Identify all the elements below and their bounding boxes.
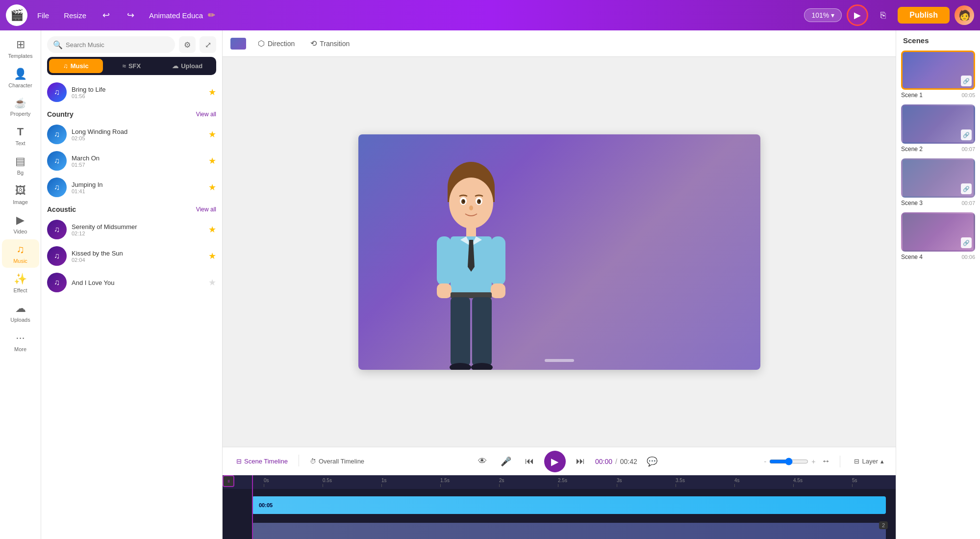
search-input[interactable] xyxy=(66,41,169,49)
acoustic-view-all[interactable]: View all xyxy=(196,206,216,213)
sidebar-item-effect[interactable]: ✨ Effect xyxy=(2,269,39,297)
zoom-control[interactable]: 101% ▾ xyxy=(804,8,842,22)
star-icon[interactable]: ★ xyxy=(208,251,216,261)
country-view-all[interactable]: View all xyxy=(196,111,216,118)
expand-button[interactable]: ⤢ xyxy=(200,36,216,53)
caption-button[interactable]: 💬 xyxy=(643,453,661,470)
resize-menu[interactable]: Resize xyxy=(59,8,91,23)
play-button[interactable]: ▶ xyxy=(544,451,566,472)
ruler-mark: 2s xyxy=(499,478,558,487)
transition-tab[interactable]: ⟲ Transition xyxy=(306,37,353,50)
timeline-cursor-head[interactable]: ⏸ xyxy=(223,475,234,487)
star-icon[interactable]: ★ xyxy=(208,182,216,193)
scene-meta-1: Scene 1 00:05 xyxy=(901,92,975,99)
scenes-panel: Scenes 🔗 Scene 1 00:05 🔗 Scene 2 00:07 xyxy=(896,30,980,539)
track-block-label: 00:05 xyxy=(256,501,276,509)
scene-thumb-3[interactable]: 🔗 xyxy=(901,158,975,198)
music-thumb: ♫ xyxy=(47,82,67,102)
canvas-scroll-bar[interactable] xyxy=(545,359,574,362)
scene-link-btn-4[interactable]: 🔗 xyxy=(961,237,972,248)
list-item[interactable]: ♫ Long Winding Road 02:05 ★ xyxy=(47,121,216,148)
total-time: 00:42 xyxy=(620,458,637,465)
star-icon[interactable]: ★ xyxy=(208,129,216,140)
edit-title-icon[interactable]: ✏ xyxy=(208,10,215,21)
sidebar-item-templates[interactable]: ⊞ Templates xyxy=(2,34,39,63)
character-icon: 👤 xyxy=(14,68,27,80)
list-item[interactable]: ♫ Jumping In 01:41 ★ xyxy=(47,174,216,201)
ruler-left-spacer: ⏸ xyxy=(223,475,234,487)
center-area: ⬡ Direction ⟲ Transition xyxy=(223,30,896,539)
current-time: 00:00 xyxy=(595,458,612,465)
star-icon[interactable]: ★ xyxy=(208,224,216,235)
skip-forward-button[interactable]: ⏭ xyxy=(572,453,589,470)
music-duration: 01:41 xyxy=(72,188,203,194)
timeline-cursor[interactable] xyxy=(252,475,253,539)
transition-icon: ⟲ xyxy=(310,39,317,48)
share-button[interactable]: ⎘ xyxy=(873,5,893,25)
canvas-frame[interactable] xyxy=(358,134,760,370)
undo-button[interactable]: ↩ xyxy=(96,5,116,25)
sidebar-item-video[interactable]: ▶ Video xyxy=(2,210,39,238)
sidebar-item-more[interactable]: ··· More xyxy=(2,328,39,356)
scene-name-1: Scene 1 xyxy=(901,92,923,99)
scene-timeline-label: Scene Timeline xyxy=(244,458,288,465)
scene-link-btn-1[interactable]: 🔗 xyxy=(961,76,972,86)
track-block[interactable]: 00:05 xyxy=(252,496,886,514)
ruler-mark: 0.5s xyxy=(323,478,381,487)
music-name: Jumping In xyxy=(72,181,203,188)
ruler-mark: 1.5s xyxy=(440,478,499,487)
list-item[interactable]: ♫ Kissed by the Sun 02:04 ★ xyxy=(47,243,216,269)
sidebar-item-character[interactable]: 👤 Character xyxy=(2,64,39,92)
music-duration: 02:12 xyxy=(72,231,203,236)
star-icon[interactable]: ★ xyxy=(208,87,216,98)
star-icon[interactable]: ★ xyxy=(208,155,216,166)
layer-chevron-icon: ▴ xyxy=(880,458,884,465)
sidebar-item-music[interactable]: ♫ Music xyxy=(2,239,39,268)
sidebar-item-property[interactable]: ☕ Property xyxy=(2,93,39,121)
user-avatar[interactable]: 🧑 xyxy=(955,5,974,25)
list-item[interactable]: ♫ Bring to Life 01:56 ★ xyxy=(47,79,216,105)
country-section-title: Country xyxy=(47,110,74,118)
sidebar-item-text[interactable]: T Text xyxy=(2,122,39,150)
divider xyxy=(840,456,840,467)
scene-link-btn-3[interactable]: 🔗 xyxy=(961,183,972,194)
svg-rect-21 xyxy=(472,297,492,366)
sidebar-item-image[interactable]: 🖼 Image xyxy=(2,180,39,209)
upload-icon: ☁ xyxy=(172,62,178,70)
music-tab-upload[interactable]: ☁ Upload xyxy=(160,59,214,73)
music-thumb: ♫ xyxy=(47,220,67,239)
music-name: March On xyxy=(72,154,203,162)
zoom-slider[interactable] xyxy=(769,458,808,465)
music-info: Jumping In 01:41 xyxy=(72,181,203,194)
mic-button[interactable]: 🎤 xyxy=(497,453,515,470)
scene-timeline-tab[interactable]: ⊟ Scene Timeline xyxy=(230,455,294,468)
file-menu[interactable]: File xyxy=(32,8,54,23)
sidebar-item-uploads[interactable]: ☁ Uploads xyxy=(2,298,39,327)
list-item[interactable]: ♫ Serenity of Midsummer 02:12 ★ xyxy=(47,216,216,243)
preview-play-button[interactable]: ▶ xyxy=(847,4,868,26)
list-item[interactable]: ♫ And I Love You ★ xyxy=(47,269,216,296)
svg-rect-10 xyxy=(466,227,476,237)
scene-link-btn-2[interactable]: 🔗 xyxy=(961,129,972,140)
publish-button[interactable]: Publish xyxy=(898,7,950,24)
fit-width-button[interactable]: ↔ xyxy=(821,456,830,466)
scene-thumb-4[interactable]: 🔗 xyxy=(901,212,975,252)
layer-button[interactable]: ⊟ Layer ▴ xyxy=(850,456,888,467)
music-tab-music[interactable]: ♫ Music xyxy=(49,59,103,73)
overall-timeline-tab[interactable]: ⏱ Overall Timeline xyxy=(304,455,370,468)
list-item[interactable]: ♫ March On 01:57 ★ xyxy=(47,148,216,174)
sidebar-item-bg[interactable]: ▤ Bg xyxy=(2,151,39,180)
skip-back-button[interactable]: ⏮ xyxy=(521,453,538,470)
scene-item-3: 🔗 Scene 3 00:07 xyxy=(901,156,975,208)
music-info: Kissed by the Sun 02:04 xyxy=(72,250,203,263)
filter-button[interactable]: ⚙ xyxy=(179,36,196,53)
scene-thumb-1[interactable]: 🔗 xyxy=(901,51,975,90)
star-icon[interactable]: ★ xyxy=(208,277,216,288)
scene-thumb-2[interactable]: 🔗 xyxy=(901,104,975,144)
app-logo[interactable]: 🎬 xyxy=(6,4,27,26)
music-tab-sfx[interactable]: ≈ SFX xyxy=(105,59,159,73)
redo-button[interactable]: ↪ xyxy=(121,5,140,25)
camera-button[interactable]: 👁 xyxy=(474,453,491,470)
direction-tab[interactable]: ⬡ Direction xyxy=(254,37,299,50)
track-block-2[interactable] xyxy=(252,523,886,539)
